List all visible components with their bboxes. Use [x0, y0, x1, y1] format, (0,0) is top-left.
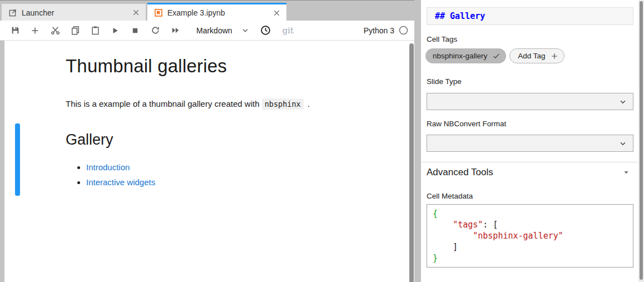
- tag-nbsphinx-gallery[interactable]: nbsphinx-gallery: [425, 48, 506, 63]
- kernel-name[interactable]: Python 3: [364, 26, 394, 35]
- json-open-brace: {: [433, 209, 438, 219]
- insert-cell-icon[interactable]: [28, 24, 42, 37]
- jupyterlab-window: Launcher Example 3.ipynb: [0, 0, 644, 282]
- section-heading: Gallery: [66, 131, 113, 149]
- paragraph-period: .: [308, 99, 310, 108]
- cell-type-select[interactable]: Markdown: [196, 26, 249, 35]
- dock-tab-bar: Launcher Example 3.ipynb: [0, 0, 414, 21]
- copy-icon[interactable]: [68, 24, 82, 37]
- property-inspector-panel: ## Gallery Cell Tags nbsphinx-gallery Ad…: [421, 0, 638, 282]
- tab-launcher-label: Launcher: [22, 8, 132, 17]
- cell-tags-list: nbsphinx-gallery Add Tag: [425, 48, 564, 63]
- link-introduction[interactable]: Introduction: [86, 162, 130, 172]
- add-tag-button[interactable]: Add Tag: [509, 48, 564, 63]
- notebook-area: Thumbnail galleries This is a example of…: [0, 41, 414, 282]
- check-icon: [492, 52, 501, 60]
- inline-code: nbsphinx: [262, 98, 304, 110]
- chevron-down-icon: [241, 27, 249, 34]
- section-divider: [421, 162, 638, 162]
- cut-icon[interactable]: [48, 24, 62, 37]
- list-item: Introduction: [86, 160, 155, 175]
- gallery-link-list: Introduction Interactive widgets: [86, 160, 155, 190]
- raw-nbconvert-label: Raw NBConvert Format: [427, 120, 506, 128]
- cell-source-preview[interactable]: ## Gallery: [427, 7, 633, 25]
- restart-run-all-icon[interactable]: [169, 24, 182, 37]
- left-edge-strip: [0, 41, 4, 282]
- json-string-value: "nbsphinx-gallery": [473, 231, 563, 241]
- inspector-scrollbar[interactable]: [638, 0, 644, 282]
- close-icon[interactable]: [273, 9, 281, 17]
- save-icon[interactable]: [8, 24, 22, 37]
- launcher-icon: [8, 8, 17, 17]
- notebook-toolbar: Markdown git Python 3: [0, 21, 414, 41]
- add-tag-label: Add Tag: [518, 52, 545, 60]
- stop-icon[interactable]: [128, 24, 142, 37]
- main-dock-panel: Launcher Example 3.ipynb: [0, 0, 414, 282]
- plus-icon: [551, 52, 558, 60]
- advanced-tools-header[interactable]: Advanced Tools: [427, 167, 633, 178]
- git-button[interactable]: git: [283, 26, 294, 36]
- tag-label: nbsphinx-gallery: [433, 52, 487, 60]
- notebook-paragraph: This is a example of a thumbnail gallery…: [66, 98, 310, 110]
- notebook-title: Thumbnail galleries: [66, 56, 227, 77]
- notebook-icon: [154, 8, 163, 17]
- active-cell-collapser[interactable]: [15, 123, 20, 196]
- history-clock-icon[interactable]: [259, 24, 273, 37]
- tab-notebook[interactable]: Example 3.ipynb: [147, 3, 286, 21]
- scrollbar-thumb[interactable]: [640, 1, 643, 280]
- tab-notebook-label: Example 3.ipynb: [167, 8, 273, 17]
- chevron-down-icon: [619, 98, 627, 106]
- kernel-status-icon[interactable]: [399, 26, 408, 35]
- json-indent: [433, 231, 473, 241]
- cell-source-text: ## Gallery: [435, 11, 485, 21]
- tab-launcher[interactable]: Launcher: [2, 4, 146, 21]
- advanced-tools-label: Advanced Tools: [427, 167, 493, 178]
- cell-metadata-editor[interactable]: { "tags": [ "nbsphinx-gallery" ] }: [427, 204, 633, 268]
- restart-kernel-icon[interactable]: [148, 24, 162, 37]
- json-close-brace: }: [433, 253, 438, 263]
- run-icon[interactable]: [108, 24, 122, 37]
- raw-nbconvert-select[interactable]: [427, 135, 633, 152]
- collapse-caret-icon[interactable]: [623, 170, 629, 175]
- cell-tags-label: Cell Tags: [427, 35, 457, 43]
- link-interactive-widgets[interactable]: Interactive widgets: [86, 177, 155, 187]
- paragraph-text: This is a example of a thumbnail gallery…: [66, 99, 260, 108]
- paste-icon[interactable]: [88, 24, 102, 37]
- json-indent: [433, 220, 453, 230]
- cell-type-value: Markdown: [196, 26, 232, 35]
- chevron-down-icon: [619, 140, 627, 147]
- close-icon[interactable]: [132, 8, 140, 17]
- slide-type-label: Slide Type: [427, 77, 462, 86]
- json-colon-bracket: : [: [483, 220, 498, 230]
- list-item: Interactive widgets: [86, 175, 155, 190]
- json-close-bracket: ]: [433, 242, 458, 252]
- slide-type-select[interactable]: [427, 93, 633, 110]
- notebook-scrollbar[interactable]: [409, 43, 414, 282]
- cell-metadata-label: Cell Metadata: [427, 192, 473, 200]
- panel-splitter[interactable]: [414, 0, 421, 282]
- json-key: "tags": [453, 220, 483, 230]
